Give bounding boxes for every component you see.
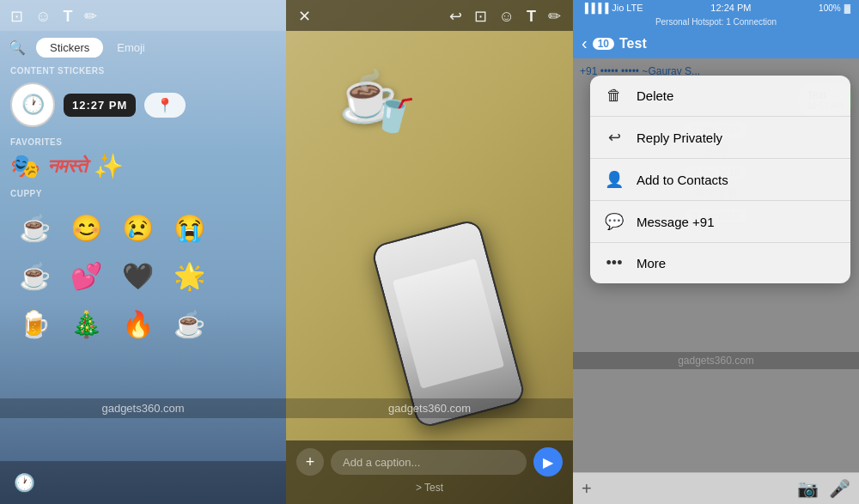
list-item[interactable]: 😊 [62,203,110,252]
sticker-location[interactable]: 📍 [144,93,186,118]
message-icon: 💬 [604,212,624,231]
panel-messages: ▐▐▐▐ Jio LTE 12:24 PM 100% ▓ Personal Ho… [573,0,859,504]
section-content-stickers: CONTENT STICKERS [0,63,286,77]
tab-stickers[interactable]: Stickers [36,38,103,58]
panel-stickers: ⊡ ☺ T ✏ 🔍 Stickers Emoji CONTENT STICKER… [0,0,286,504]
battery-label: 100% [819,3,841,13]
text-add-icon[interactable]: T [527,8,536,26]
carrier-name: Jio LTE [612,3,643,13]
compose-icon[interactable]: + [582,479,592,499]
fav-text-sticker[interactable]: नमस्ते [47,155,87,178]
message-label: Message +91 [637,215,714,229]
stickers-topbar: ⊡ ☺ T ✏ [0,0,286,31]
mic-icon[interactable]: 🎤 [829,478,850,499]
list-item[interactable]: 🖤 [113,252,161,300]
favorites-row: 🎭 नमस्ते ✨ [0,149,286,185]
unread-count: 10 [593,38,614,50]
sticker-time[interactable]: 12:27 PM [64,94,136,117]
draw-add-icon[interactable]: ✏ [548,7,561,26]
battery-icon: ▓ [844,3,850,13]
menu-item-reply[interactable]: ↩ Reply Privately [590,117,850,159]
list-item[interactable]: 🍺 [10,300,58,348]
caption-input[interactable]: Add a caption... [331,450,527,475]
watermark-p1: gadgets360.com [0,398,286,418]
status-bar: ▐▐▐▐ Jio LTE 12:24 PM 100% ▓ [573,0,859,15]
close-icon[interactable]: ✕ [298,7,311,26]
text-icon[interactable]: T [63,8,72,26]
signal-icon: ▐▐▐▐ [582,3,608,13]
contacts-icon: 👤 [604,170,624,189]
sticker-clock[interactable]: 🕐 [10,82,55,127]
hotspot-banner: Personal Hotspot: 1 Connection [573,15,859,30]
add-contacts-label: Add to Contacts [637,173,728,187]
search-icon: 🔍 [9,39,26,56]
chat-body: +91 ••••• ••••• ~Gaurav S... Text 10:53 … [573,58,859,472]
menu-item-delete[interactable]: 🗑 Delete [590,76,850,117]
add-element-button[interactable]: + [296,448,324,476]
search-row: 🔍 Stickers Emoji [0,31,286,63]
fav-sticker-2[interactable]: ✨ [94,152,124,180]
section-cuppy: CUPPY [0,185,286,200]
menu-item-add-contacts[interactable]: 👤 Add to Contacts [590,159,850,201]
list-item[interactable]: 💕 [62,252,110,300]
list-item[interactable]: ☕ [10,203,58,252]
watermark-p2: gadgets360.com [286,398,573,418]
list-item[interactable]: 😭 [165,203,213,252]
back-button[interactable]: ‹ [582,33,588,53]
cuppy-stickers: ☕ 😊 😢 😭 ☕ 💕 🖤 🌟 🍺 🎄 🔥 ☕ [0,200,286,351]
camera-icon[interactable]: 📷 [797,478,819,499]
list-item[interactable]: 🌟 [165,252,213,300]
fav-sticker-1[interactable]: 🎭 [10,152,40,180]
reply-icon: ↩ [604,128,624,147]
crop-icon[interactable]: ⊡ [10,7,23,26]
test-label: > Test [296,480,563,495]
messages-bottom-bar: + 📷 🎤 [573,472,859,504]
sticker-cup-2[interactable]: 🥤 [369,91,417,138]
location-icon: 📍 [156,97,174,113]
reply-label: Reply Privately [637,131,722,145]
photo-editor-bottom: + Add a caption... ▶ > Test [286,440,573,504]
list-item[interactable]: 🎄 [62,300,110,348]
status-time: 12:24 PM [710,3,751,13]
emoji-add-icon[interactable]: ☺ [499,8,515,26]
section-favorites: FAVORITES [0,134,286,149]
caption-row: + Add a caption... ▶ [296,447,563,477]
list-item[interactable]: ☕ [165,300,213,348]
list-item[interactable]: 😢 [113,203,161,252]
panel1-bottom-bar: 🕐 [0,461,286,504]
topbar-icons-left: ⊡ ☺ T ✏ [10,7,97,26]
emoji-icon[interactable]: ☺ [35,8,51,26]
chat-name: Test [619,36,850,52]
content-stickers-row: 🕐 12:27 PM 📍 [0,77,286,134]
more-icon: ••• [604,254,624,272]
menu-item-message[interactable]: 💬 Message +91 [590,201,850,243]
panel-photo-editor: ✕ ↩ ⊡ ☺ T ✏ ☕ 🥤 gadgets360.com + Add a c… [286,0,573,504]
delete-icon: 🗑 [604,87,624,105]
draw-icon[interactable]: ✏ [84,7,97,26]
sticker-tabs: Stickers Emoji [36,38,159,58]
undo-icon[interactable]: ↩ [449,7,462,26]
transform-icon[interactable]: ⊡ [474,7,487,26]
photo-canvas: ☕ 🥤 [286,0,573,504]
send-button[interactable]: ▶ [533,447,563,477]
list-item[interactable]: 🔥 [113,300,161,348]
context-menu: 🗑 Delete ↩ Reply Privately 👤 Add to Cont… [590,76,850,283]
delete-label: Delete [637,88,673,103]
more-label: More [637,256,666,270]
menu-item-more[interactable]: ••• More [590,243,850,283]
messages-header: ‹ 10 Test [573,30,859,58]
list-item[interactable]: ☕ [10,252,58,300]
tab-emoji[interactable]: Emoji [103,38,159,58]
phone-screen [372,220,525,427]
photo-editor-topbar: ✕ ↩ ⊡ ☺ T ✏ [286,0,573,31]
clock-icon[interactable]: 🕐 [14,472,35,493]
